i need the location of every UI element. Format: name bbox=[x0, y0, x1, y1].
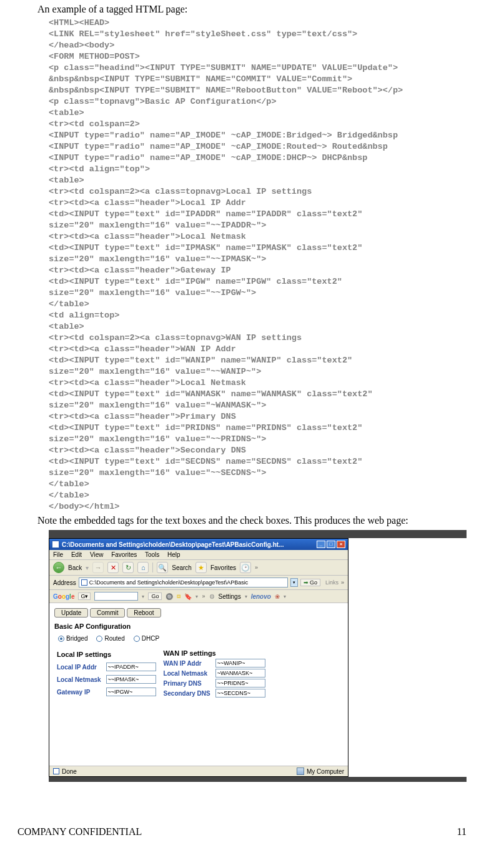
done-icon bbox=[53, 768, 59, 774]
desktop-background-top bbox=[49, 530, 467, 538]
google-go-button[interactable]: Go bbox=[148, 592, 162, 600]
google-settings-icon[interactable]: ⚙ bbox=[209, 593, 215, 600]
address-dropdown-icon[interactable]: ▾ bbox=[290, 578, 298, 587]
wan-ip-table: WAN IP settings WAN IP Addr Local Netmas… bbox=[161, 648, 268, 698]
menu-help[interactable]: Help bbox=[167, 551, 180, 558]
table-row: WAN IP Addr bbox=[161, 658, 268, 668]
commit-button[interactable]: Commit bbox=[90, 608, 125, 618]
wanmask-input[interactable] bbox=[215, 669, 265, 678]
field-label: Local Netmask bbox=[54, 673, 104, 686]
address-text: C:\Documents and Settings\cholden\Deskto… bbox=[89, 579, 249, 586]
refresh-button[interactable]: ↻ bbox=[122, 562, 134, 573]
stop-button[interactable]: ✕ bbox=[107, 562, 119, 573]
address-input[interactable]: C:\Documents and Settings\cholden\Deskto… bbox=[79, 578, 288, 588]
field-label: Gateway IP bbox=[54, 686, 104, 698]
window-title: C:\Documents and Settings\cholden\Deskto… bbox=[62, 541, 314, 548]
pridns-input[interactable] bbox=[215, 679, 265, 688]
favorites-label[interactable]: Favorites bbox=[210, 564, 236, 571]
field-label: Secondary DNS bbox=[161, 688, 213, 698]
table-row: Secondary DNS bbox=[161, 688, 268, 698]
radio-dhcp[interactable]: DHCP bbox=[134, 635, 159, 642]
google-icon-2[interactable]: ⧈ bbox=[177, 592, 180, 600]
radio-routed[interactable]: Routed bbox=[96, 635, 124, 642]
local-ip-title: Local IP settings bbox=[54, 648, 159, 661]
search-icon[interactable]: 🔍 bbox=[157, 562, 168, 573]
field-label: Local IP Addr bbox=[54, 661, 104, 673]
search-label[interactable]: Search bbox=[172, 564, 192, 571]
status-zone: My Computer bbox=[307, 768, 344, 775]
go-button[interactable]: ➡Go bbox=[300, 579, 320, 586]
favorites-icon[interactable]: ★ bbox=[195, 562, 207, 573]
table-row: Local IP Addr bbox=[54, 661, 159, 673]
forward-button: → bbox=[92, 562, 104, 573]
table-row: Local Netmask bbox=[54, 673, 159, 686]
menu-bar: File Edit View Favorites Tools Help bbox=[49, 550, 348, 560]
radio-icon bbox=[134, 636, 140, 642]
page-icon bbox=[81, 579, 87, 586]
status-bar: Done My Computer bbox=[49, 766, 348, 776]
back-label[interactable]: Back bbox=[68, 564, 82, 571]
google-search-input[interactable] bbox=[94, 592, 138, 601]
google-toolbar: Google G▾ ▾ Go 🔘 ⧈ 🔖 ▾ » ⚙ Settings▾ len… bbox=[49, 590, 348, 603]
desktop-background-bottom bbox=[49, 777, 467, 782]
page-number: 11 bbox=[457, 826, 467, 838]
intro-text: An example of a tagged HTML page: bbox=[37, 4, 467, 15]
note-text: Note the embedded tags for the text boxe… bbox=[37, 515, 467, 526]
google-logo[interactable]: Google bbox=[53, 593, 74, 600]
google-end-icon[interactable]: ❀ bbox=[275, 593, 280, 600]
radio-bridged[interactable]: Bridged bbox=[58, 635, 87, 642]
html-code-block: <HTML><HEAD> <LINK REL="stylesheet" href… bbox=[37, 18, 467, 512]
config-heading: Basic AP Configuration bbox=[54, 622, 343, 630]
field-label: Local Netmask bbox=[161, 668, 213, 678]
address-bar: Address C:\Documents and Settings\cholde… bbox=[49, 576, 348, 590]
minimize-button[interactable]: _ bbox=[317, 541, 325, 548]
lenovo-logo: lenovo bbox=[251, 593, 271, 600]
browser-window: C:\Documents and Settings\cholden\Deskto… bbox=[49, 538, 348, 777]
window-title-bar[interactable]: C:\Documents and Settings\cholden\Deskto… bbox=[49, 539, 348, 550]
page-content: Update Commit Reboot Basic AP Configurat… bbox=[49, 603, 348, 766]
menu-edit[interactable]: Edit bbox=[71, 551, 82, 558]
my-computer-icon bbox=[297, 768, 304, 775]
maximize-button[interactable]: □ bbox=[327, 541, 335, 548]
menu-tools[interactable]: Tools bbox=[145, 551, 159, 558]
google-g-button[interactable]: G▾ bbox=[78, 592, 91, 600]
table-row: Gateway IP bbox=[54, 686, 159, 698]
update-button[interactable]: Update bbox=[54, 608, 88, 618]
links-chevron-icon[interactable]: » bbox=[341, 579, 344, 586]
ipgw-input[interactable] bbox=[106, 688, 156, 696]
table-row: Local Netmask bbox=[161, 668, 268, 678]
reboot-button[interactable]: Reboot bbox=[127, 608, 161, 618]
field-label: WAN IP Addr bbox=[161, 658, 213, 668]
address-label: Address bbox=[53, 579, 76, 586]
menu-view[interactable]: View bbox=[90, 551, 104, 558]
google-icon-1[interactable]: 🔘 bbox=[166, 593, 173, 600]
history-icon[interactable]: 🕑 bbox=[240, 562, 251, 573]
ie-icon bbox=[52, 541, 59, 548]
status-done: Done bbox=[62, 768, 77, 775]
google-settings-label[interactable]: Settings bbox=[219, 593, 241, 600]
page-footer: COMPANY CONFIDENTIAL 11 bbox=[17, 826, 467, 838]
close-button[interactable]: × bbox=[337, 541, 345, 548]
links-label[interactable]: Links bbox=[325, 579, 338, 586]
wan-ip-title: WAN IP settings bbox=[161, 648, 268, 658]
google-chevron-icon[interactable]: » bbox=[202, 593, 205, 599]
secdns-input[interactable] bbox=[215, 689, 265, 698]
table-row: Primary DNS bbox=[161, 678, 268, 688]
toolbar: ← Back ▾ → ✕ ↻ ⌂ 🔍 Search ★ Favorites 🕑 … bbox=[49, 560, 348, 576]
toolbar-chevron-icon[interactable]: » bbox=[255, 564, 258, 571]
menu-favorites[interactable]: Favorites bbox=[111, 551, 137, 558]
local-ip-table: Local IP settings Local IP Addr Local Ne… bbox=[54, 648, 159, 698]
home-button[interactable]: ⌂ bbox=[137, 562, 149, 573]
radio-icon bbox=[96, 636, 102, 642]
wanip-input[interactable] bbox=[215, 659, 265, 668]
radio-icon bbox=[58, 636, 64, 642]
ipaddr-input[interactable] bbox=[106, 662, 156, 671]
back-button[interactable]: ← bbox=[53, 562, 64, 573]
ipmask-input[interactable] bbox=[106, 675, 156, 684]
confidential-label: COMPANY CONFIDENTIAL bbox=[17, 826, 457, 838]
google-icon-3[interactable]: 🔖 bbox=[184, 593, 192, 600]
field-label: Primary DNS bbox=[161, 678, 213, 688]
menu-file[interactable]: File bbox=[53, 551, 63, 558]
